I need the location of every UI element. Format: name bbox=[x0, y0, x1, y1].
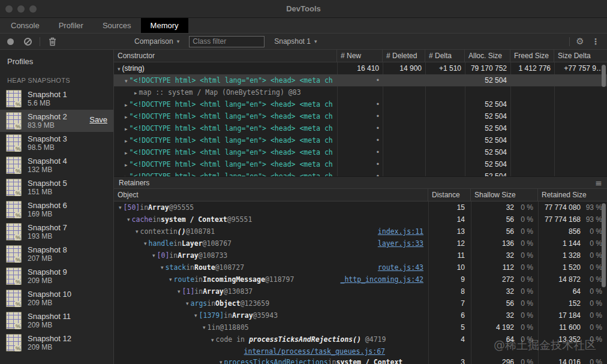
source-link[interactable]: _http_incoming.js:42 bbox=[341, 273, 428, 285]
source-link[interactable]: index.js:11 bbox=[378, 225, 428, 237]
collapse-icon[interactable]: ▾ bbox=[194, 309, 197, 321]
column-header-object[interactable]: Object bbox=[114, 189, 428, 201]
tab-profiler[interactable]: Profiler bbox=[49, 18, 93, 33]
expand-icon[interactable]: ▸ bbox=[125, 162, 128, 168]
column-header-size-delta[interactable]: Size Delta bbox=[554, 50, 607, 62]
sidebar-item-snapshot-9[interactable]: Snapshot 9209 MB bbox=[0, 265, 113, 287]
expand-icon[interactable]: ▸ bbox=[134, 90, 137, 96]
retainer-row[interactable]: ▾route in IncomingMessage @118797_http_i… bbox=[114, 273, 607, 285]
collapse-icon[interactable]: ▾ bbox=[178, 285, 181, 297]
retainer-row[interactable]: ▾stack in Route @108727route.js:43 10 11… bbox=[114, 261, 607, 273]
column-header-delta[interactable]: # Delta bbox=[425, 50, 465, 62]
source-link[interactable]: layer.js:33 bbox=[378, 237, 428, 249]
sidebar-item-snapshot-4[interactable]: Snapshot 4132 MB bbox=[0, 154, 113, 176]
table-row-string-instance[interactable]: ▸"<!DOCTYPE html> <html lang="en"> <head… bbox=[114, 134, 607, 146]
collapse-icon[interactable]: ▾ bbox=[136, 225, 139, 237]
table-row-retainer-map[interactable]: ▸map :: system / Map (OneByteString) @83 bbox=[114, 86, 607, 98]
tab-sources[interactable]: Sources bbox=[93, 18, 141, 33]
base-snapshot-select[interactable]: Snapshot 1 ▾ bbox=[269, 37, 321, 46]
sidebar-item-snapshot-1[interactable]: Snapshot 15.6 MB bbox=[0, 88, 113, 110]
table-row-string-instance[interactable]: ▸"<!DOCTYPE html> <html lang="en"> <head… bbox=[114, 122, 607, 134]
retainer-row[interactable]: ▾args in Object @123659 7 560 % 1520 % bbox=[114, 297, 607, 309]
retainer-row[interactable]: ▾[1] in Array @130837 8 320 % 640 % bbox=[114, 285, 607, 297]
table-row-string-instance[interactable]: ▸"<!DOCTYPE html> <html lang="en"> <head… bbox=[114, 158, 607, 170]
expand-icon[interactable]: ▸ bbox=[125, 150, 128, 156]
column-header-shallow-size[interactable]: Shallow Size bbox=[471, 189, 538, 201]
chevron-down-icon: ▾ bbox=[177, 38, 180, 44]
collapse-icon[interactable]: ▾ bbox=[169, 273, 172, 285]
sidebar-item-snapshot-12[interactable]: Snapshot 12209 MB bbox=[0, 332, 113, 354]
heap-snapshot-icon bbox=[6, 334, 22, 351]
sidebar-item-snapshot-11[interactable]: Snapshot 11209 MB bbox=[0, 309, 113, 332]
sidebar-item-snapshot-10[interactable]: Snapshot 10209 MB bbox=[0, 287, 113, 309]
collapse-icon[interactable]: ▾ bbox=[220, 356, 223, 364]
retainer-row[interactable]: ▾[1379] in Array @35943 6 320 % 17 1840 … bbox=[114, 309, 607, 321]
table-row-string-instance[interactable]: ▸"<!DOCTYPE html> <html lang="en"> <head… bbox=[114, 170, 607, 176]
retainer-row[interactable]: ▾processTicksAndRejections in system / C… bbox=[114, 356, 607, 364]
sidebar-item-snapshot-5[interactable]: Snapshot 5151 MB bbox=[0, 176, 113, 198]
new-dot: • bbox=[337, 74, 383, 86]
collapse-icon[interactable]: ▾ bbox=[127, 213, 130, 225]
perspective-select[interactable]: Comparison ▾ bbox=[130, 37, 184, 46]
expand-icon[interactable]: ▸ bbox=[125, 138, 128, 144]
table-row-string-instance-selected[interactable]: ▾"<!DOCTYPE html> <html lang="en"> <head… bbox=[114, 74, 607, 86]
more-options-kebab-icon[interactable]: ⋮ bbox=[588, 37, 603, 46]
table-row-string-instance[interactable]: ▸"<!DOCTYPE html> <html lang="en"> <head… bbox=[114, 110, 607, 122]
scrollbar-thumb[interactable] bbox=[602, 203, 606, 287]
column-header-deleted[interactable]: # Deleted bbox=[383, 50, 425, 62]
scrollbar-thumb[interactable] bbox=[602, 65, 606, 87]
sidebar-item-snapshot-8[interactable]: Snapshot 8207 MB bbox=[0, 243, 113, 265]
sidebar-item-snapshot-2[interactable]: Snapshot 283.9 MB Save bbox=[0, 110, 113, 132]
sidebar-item-snapshot-3[interactable]: Snapshot 398.5 MB bbox=[0, 132, 113, 154]
source-link[interactable]: internal/process/task_queues.js:67 bbox=[211, 346, 428, 357]
hamburger-menu-icon[interactable]: ≡ bbox=[595, 178, 602, 188]
collapse-icon[interactable]: ▾ bbox=[211, 337, 214, 343]
constructor-grid-body: ▾(string) 16 410 14 900 +1 510 79 170 75… bbox=[114, 62, 607, 176]
collapse-icon[interactable]: ▾ bbox=[119, 201, 122, 213]
source-link[interactable]: route.js:43 bbox=[378, 261, 428, 273]
retainer-row[interactable]: ▾context in () @108781index.js:11 13 560… bbox=[114, 225, 607, 237]
tab-memory[interactable]: Memory bbox=[141, 18, 188, 33]
class-filter-input[interactable] bbox=[189, 36, 265, 47]
column-header-new[interactable]: # New bbox=[337, 50, 383, 62]
column-header-alloc-size[interactable]: Alloc. Size bbox=[465, 50, 510, 62]
collapse-icon[interactable]: ▾ bbox=[203, 321, 206, 333]
column-header-distance[interactable]: Distance bbox=[428, 189, 471, 201]
sidebar-item-snapshot-7[interactable]: Snapshot 7193 MB bbox=[0, 221, 113, 243]
clear-profiles-icon[interactable] bbox=[24, 38, 32, 46]
take-snapshot-icon[interactable] bbox=[7, 38, 14, 45]
column-header-freed-size[interactable]: Freed Size bbox=[510, 50, 554, 62]
collapse-icon[interactable]: ▾ bbox=[118, 66, 121, 72]
tab-console[interactable]: Console bbox=[1, 18, 49, 33]
collapse-icon[interactable]: ▾ bbox=[161, 261, 164, 273]
expand-icon[interactable]: ▸ bbox=[125, 174, 128, 176]
collapse-icon[interactable]: ▾ bbox=[152, 249, 155, 261]
heap-snapshot-icon bbox=[6, 179, 22, 196]
retainer-row[interactable]: ▾handle in Layer @108767layer.js:33 12 1… bbox=[114, 237, 607, 249]
table-row-string-class[interactable]: ▾(string) 16 410 14 900 +1 510 79 170 75… bbox=[114, 62, 607, 74]
new-dot: • bbox=[337, 110, 383, 122]
retainer-row[interactable]: ▾1 in @118805 5 4 1920 % 11 6000 % bbox=[114, 321, 607, 333]
collapse-icon[interactable]: ▾ bbox=[144, 237, 147, 249]
retainer-row[interactable]: ▾[50] in Array @95555 15 320 % 77 774 08… bbox=[114, 201, 607, 213]
retainer-row[interactable]: ▾[0] in Array @108733 11 320 % 1 3280 % bbox=[114, 249, 607, 261]
expand-icon[interactable]: ▸ bbox=[125, 126, 128, 132]
delete-profile-icon[interactable] bbox=[49, 37, 56, 46]
table-row-string-instance[interactable]: ▸"<!DOCTYPE html> <html lang="en"> <head… bbox=[114, 98, 607, 110]
chevron-down-icon: ▾ bbox=[314, 38, 317, 44]
save-snapshot-link[interactable]: Save bbox=[89, 115, 107, 124]
retainer-row[interactable]: ▾cache in system / Context @95551 14 560… bbox=[114, 213, 607, 225]
retainer-row[interactable]: ▾code in processTicksAndRejections() @47… bbox=[114, 333, 607, 356]
table-row-string-instance[interactable]: ▸"<!DOCTYPE html> <html lang="en"> <head… bbox=[114, 146, 607, 158]
sidebar-item-snapshot-6[interactable]: Snapshot 6169 MB bbox=[0, 198, 113, 221]
expand-icon[interactable]: ▸ bbox=[125, 102, 128, 108]
profiles-sidebar: Profiles HEAP SNAPSHOTS Snapshot 15.6 MB… bbox=[0, 50, 114, 364]
collapse-icon[interactable]: ▾ bbox=[186, 297, 189, 309]
new-dot: • bbox=[337, 134, 383, 146]
settings-gear-icon[interactable]: ⚙ bbox=[572, 36, 588, 47]
column-header-retained-size[interactable]: Retained Size bbox=[538, 189, 607, 201]
comparison-grid: Constructor # New # Deleted # Delta Allo… bbox=[114, 50, 607, 364]
expand-icon[interactable]: ▸ bbox=[125, 114, 128, 120]
column-header-constructor[interactable]: Constructor bbox=[114, 50, 337, 62]
collapse-icon[interactable]: ▾ bbox=[125, 78, 128, 84]
